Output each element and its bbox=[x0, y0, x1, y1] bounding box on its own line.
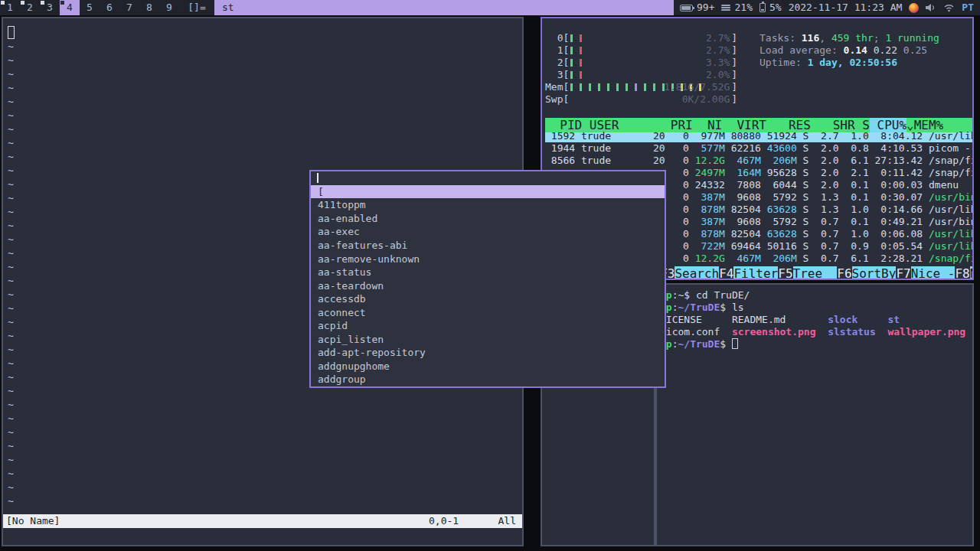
dmenu-input[interactable] bbox=[311, 171, 665, 185]
vim-tilde: ~ bbox=[8, 109, 522, 122]
vim-cursor bbox=[8, 26, 15, 39]
battery-value: 99+ bbox=[697, 0, 714, 15]
shell-terminal-window[interactable]: op:~$ cd TruDE/op:~/TruDE$ lsLICENSE REA… bbox=[655, 283, 974, 546]
tag-client-indicator bbox=[1, 1, 5, 5]
wifi-icon[interactable] bbox=[943, 3, 955, 12]
vim-tilde: ~ bbox=[8, 81, 522, 95]
dmenu-popup[interactable]: [ 411toppmaa-enabledaa-execaa-features-a… bbox=[309, 170, 666, 388]
tag-client-indicator bbox=[41, 1, 44, 5]
terminal-cursor bbox=[732, 338, 738, 349]
terminal-line: picom.conf screenshot.png slstatus wallp… bbox=[660, 326, 972, 338]
dmenu-item-list: 411toppmaa-enabledaa-execaa-features-abi… bbox=[311, 198, 665, 386]
workspace-tag-9[interactable]: 9 bbox=[159, 0, 179, 15]
vim-tilde: ~ bbox=[8, 467, 522, 481]
dmenu-item[interactable]: aa-teardown bbox=[311, 279, 665, 292]
memory-meter: Mem[1.81G/7.52G] bbox=[545, 81, 972, 93]
terminal-line: op:~/TruDE$ bbox=[660, 338, 972, 350]
dmenu-item[interactable]: aa-enabled bbox=[311, 212, 665, 226]
htop-process-row[interactable]: 8566 trude 20 0 12.2G 467M 206M S 2.0 6.… bbox=[545, 155, 972, 167]
tag-client-indicator bbox=[21, 1, 24, 5]
firefox-tray-icon[interactable] bbox=[909, 3, 919, 13]
vim-cursor-line bbox=[8, 26, 522, 40]
charge-module: 5% bbox=[760, 0, 782, 15]
workspace-tag-2[interactable]: 2 bbox=[20, 0, 40, 15]
status-modules: 99+ 21% 5% 2022-11-17 11:23 AM PT bbox=[674, 0, 980, 15]
keyboard-layout[interactable]: PT bbox=[962, 0, 974, 15]
vim-scroll-position: All bbox=[498, 514, 516, 528]
dmenu-item[interactable]: aconnect bbox=[311, 305, 665, 319]
vim-file-name: [No Name] bbox=[6, 515, 60, 527]
vim-tilde: ~ bbox=[8, 136, 522, 150]
vim-tilde: ~ bbox=[8, 494, 522, 508]
vim-tilde: ~ bbox=[8, 67, 522, 81]
window-title: st bbox=[214, 0, 674, 15]
tag-client-indicator bbox=[60, 1, 64, 5]
dmenu-item[interactable]: 411toppm bbox=[311, 198, 665, 212]
htop-summary: Tasks: 116, 459 thr; 1 runningLoad avera… bbox=[760, 32, 939, 69]
htop-process-row[interactable]: 1944 trude 20 0 577M 62216 43600 S 2.0 0… bbox=[545, 142, 972, 155]
vim-tilde: ~ bbox=[8, 439, 522, 453]
vim-tilde: ~ bbox=[8, 122, 522, 136]
layout-symbol[interactable]: []= bbox=[179, 0, 214, 15]
dmenu-item[interactable]: acpi_listen bbox=[311, 333, 665, 347]
vim-tilde: ~ bbox=[8, 453, 522, 467]
cpu-meter-3: 3[2.0%] bbox=[545, 69, 972, 81]
htop-process-row[interactable]: 1592 trude 20 0 977M 80880 51924 S 2.7 1… bbox=[545, 130, 972, 142]
vim-statusline: [No Name] 0,0-1 All bbox=[3, 514, 522, 528]
dmenu-item[interactable]: add-apt-repository bbox=[311, 346, 665, 360]
storage-icon bbox=[721, 5, 730, 11]
vim-tilde: ~ bbox=[8, 54, 522, 67]
workspace-tag-7[interactable]: 7 bbox=[119, 0, 139, 15]
workspace-tag-1[interactable]: 1 bbox=[0, 0, 20, 15]
workspace-tag-4[interactable]: 4 bbox=[60, 0, 80, 15]
charge-value: 5% bbox=[769, 0, 782, 15]
dmenu-cursor bbox=[317, 173, 318, 183]
dmenu-item[interactable]: aa-exec bbox=[311, 225, 665, 239]
vim-ruler: 0,0-1 bbox=[429, 514, 459, 528]
vim-tilde: ~ bbox=[8, 40, 522, 54]
battery-icon bbox=[680, 5, 693, 11]
vim-tilde: ~ bbox=[8, 481, 522, 494]
dmenu-item[interactable]: addgnupghome bbox=[311, 360, 665, 373]
workspace-tag-8[interactable]: 8 bbox=[139, 0, 159, 15]
workspace-tag-3[interactable]: 3 bbox=[40, 0, 60, 15]
swap-meter: Swp[0K/2.00G] bbox=[545, 93, 972, 106]
battery-module: 99+ bbox=[680, 0, 714, 15]
vim-tilde: ~ bbox=[8, 150, 522, 164]
desktop: 123456789 []= st 99+ 21% 5% 2022-11-17 1… bbox=[0, 0, 980, 551]
dmenu-selected-item[interactable]: [ bbox=[311, 185, 665, 199]
terminal-line: op:~/TruDE$ ls bbox=[660, 302, 972, 314]
workspace-tag-6[interactable]: 6 bbox=[100, 0, 119, 15]
terminal-line: op:~$ cd TruDE/ bbox=[660, 289, 972, 302]
workspace-tag-5[interactable]: 5 bbox=[80, 0, 100, 15]
storage-value: 21% bbox=[734, 0, 752, 15]
dmenu-item[interactable]: aa-remove-unknown bbox=[311, 252, 665, 266]
storage-module: 21% bbox=[721, 0, 752, 15]
shell-output: op:~$ cd TruDE/op:~/TruDE$ lsLICENSE REA… bbox=[657, 285, 972, 545]
status-bar: 123456789 []= st 99+ 21% 5% 2022-11-17 1… bbox=[0, 0, 980, 15]
datetime: 2022-11-17 11:23 AM bbox=[789, 0, 903, 15]
vim-tilde: ~ bbox=[8, 425, 522, 439]
vim-tilde: ~ bbox=[8, 95, 522, 109]
htop-table-header[interactable]: PID USER PRI NI VIRT RES SHR S CPU%⌄MEM%… bbox=[545, 118, 972, 130]
vim-tilde: ~ bbox=[8, 398, 522, 412]
charge-icon bbox=[760, 3, 766, 12]
dmenu-item[interactable]: accessdb bbox=[311, 292, 665, 306]
speaker-icon[interactable] bbox=[926, 3, 936, 12]
vim-tilde: ~ bbox=[8, 412, 522, 425]
dmenu-item[interactable]: addgroup bbox=[311, 373, 665, 386]
dmenu-item[interactable]: aa-status bbox=[311, 266, 665, 279]
terminal-line: LICENSE README.md slock st bbox=[660, 314, 972, 326]
dmenu-item[interactable]: aa-features-abi bbox=[311, 239, 665, 253]
dmenu-item[interactable]: acpid bbox=[311, 319, 665, 333]
workspace-tags: 123456789 bbox=[0, 0, 179, 15]
